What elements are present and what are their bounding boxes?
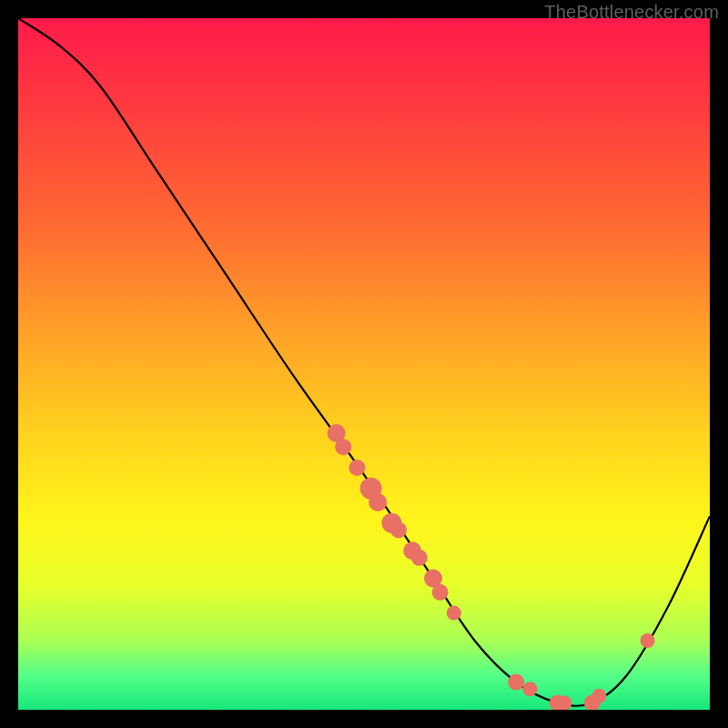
chart-frame: TheBottlenecker.com	[0, 0, 728, 728]
data-marker	[335, 439, 351, 455]
gradient-background	[18, 18, 710, 710]
plot-area	[18, 18, 710, 710]
data-marker	[369, 493, 387, 511]
data-marker	[447, 606, 461, 621]
chart-svg	[18, 18, 710, 710]
data-marker	[592, 689, 606, 703]
data-marker	[349, 460, 365, 476]
data-marker	[522, 682, 537, 696]
data-marker	[641, 633, 655, 648]
data-marker	[557, 695, 571, 710]
data-marker	[411, 550, 428, 566]
data-marker	[508, 674, 524, 691]
attribution-label: TheBottlenecker.com	[544, 2, 719, 23]
data-marker	[390, 521, 407, 538]
data-marker	[432, 584, 449, 601]
